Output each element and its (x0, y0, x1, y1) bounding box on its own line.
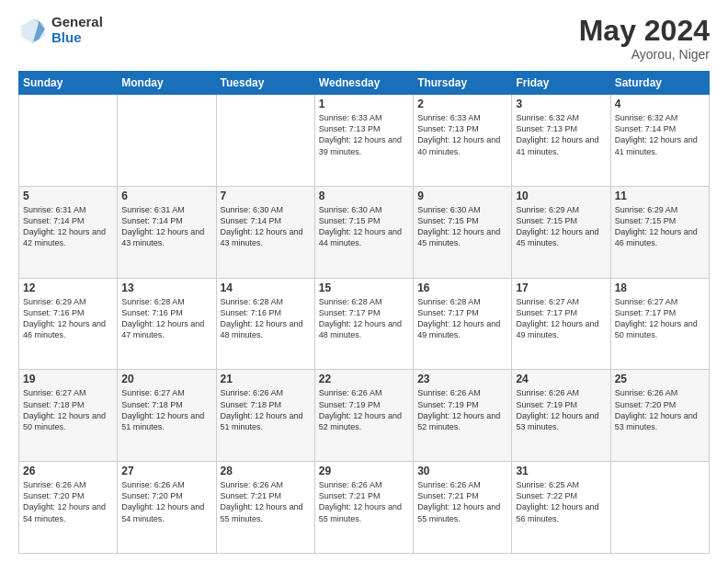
cell-info: Sunrise: 6:28 AMSunset: 7:16 PMDaylight:… (121, 296, 211, 341)
calendar-cell: 7Sunrise: 6:30 AMSunset: 7:14 PMDaylight… (216, 186, 314, 278)
cell-info: Sunrise: 6:26 AMSunset: 7:20 PMDaylight:… (121, 479, 211, 524)
calendar-cell: 10Sunrise: 6:29 AMSunset: 7:15 PMDayligh… (512, 186, 610, 278)
day-number: 16 (417, 282, 507, 294)
title-block: May 2024 Ayorou, Niger (579, 15, 710, 62)
day-number: 3 (516, 98, 606, 110)
cell-info: Sunrise: 6:28 AMSunset: 7:16 PMDaylight:… (221, 296, 311, 341)
calendar-day-header: Tuesday (216, 72, 314, 95)
calendar-cell: 17Sunrise: 6:27 AMSunset: 7:17 PMDayligh… (512, 278, 610, 370)
day-number: 9 (417, 190, 507, 202)
cell-info: Sunrise: 6:26 AMSunset: 7:20 PMDaylight:… (23, 479, 113, 524)
day-number: 17 (516, 282, 606, 294)
location: Ayorou, Niger (579, 47, 710, 62)
day-number: 23 (417, 373, 507, 385)
calendar-cell: 9Sunrise: 6:30 AMSunset: 7:15 PMDaylight… (414, 186, 512, 278)
calendar-week-row: 19Sunrise: 6:27 AMSunset: 7:18 PMDayligh… (19, 370, 710, 462)
calendar-cell: 23Sunrise: 6:26 AMSunset: 7:19 PMDayligh… (414, 370, 512, 462)
cell-info: Sunrise: 6:32 AMSunset: 7:14 PMDaylight:… (615, 112, 705, 157)
day-number: 30 (417, 465, 507, 477)
calendar-cell: 22Sunrise: 6:26 AMSunset: 7:19 PMDayligh… (314, 370, 413, 462)
calendar-cell: 31Sunrise: 6:25 AMSunset: 7:22 PMDayligh… (512, 462, 610, 554)
day-number: 21 (221, 373, 311, 385)
calendar-cell: 30Sunrise: 6:26 AMSunset: 7:21 PMDayligh… (414, 462, 512, 554)
cell-info: Sunrise: 6:27 AMSunset: 7:17 PMDaylight:… (516, 296, 606, 341)
day-number: 13 (121, 282, 211, 294)
header: General Blue May 2024 Ayorou, Niger (18, 15, 710, 62)
day-number: 18 (615, 282, 705, 294)
cell-info: Sunrise: 6:27 AMSunset: 7:18 PMDaylight:… (23, 387, 113, 432)
calendar-cell: 4Sunrise: 6:32 AMSunset: 7:14 PMDaylight… (610, 95, 709, 187)
cell-info: Sunrise: 6:26 AMSunset: 7:19 PMDaylight:… (417, 387, 507, 432)
calendar-cell (19, 95, 118, 187)
calendar-cell: 15Sunrise: 6:28 AMSunset: 7:17 PMDayligh… (314, 278, 413, 370)
day-number: 24 (516, 373, 606, 385)
calendar-cell: 6Sunrise: 6:31 AMSunset: 7:14 PMDaylight… (118, 186, 216, 278)
calendar-cell (118, 95, 216, 187)
cell-info: Sunrise: 6:30 AMSunset: 7:14 PMDaylight:… (221, 204, 311, 249)
day-number: 22 (319, 373, 409, 385)
day-number: 6 (121, 190, 211, 202)
day-number: 7 (221, 190, 311, 202)
day-number: 12 (23, 282, 113, 294)
cell-info: Sunrise: 6:33 AMSunset: 7:13 PMDaylight:… (319, 112, 409, 157)
calendar-cell (610, 462, 709, 554)
day-number: 5 (23, 190, 113, 202)
calendar-week-row: 5Sunrise: 6:31 AMSunset: 7:14 PMDaylight… (19, 186, 710, 278)
logo: General Blue (18, 15, 103, 45)
day-number: 14 (221, 282, 311, 294)
cell-info: Sunrise: 6:25 AMSunset: 7:22 PMDaylight:… (516, 479, 606, 524)
calendar-day-header: Wednesday (314, 72, 413, 95)
day-number: 19 (23, 373, 113, 385)
calendar-cell: 3Sunrise: 6:32 AMSunset: 7:13 PMDaylight… (512, 95, 610, 187)
calendar-week-row: 1Sunrise: 6:33 AMSunset: 7:13 PMDaylight… (19, 95, 710, 187)
cell-info: Sunrise: 6:30 AMSunset: 7:15 PMDaylight:… (319, 204, 409, 249)
day-number: 11 (615, 190, 705, 202)
cell-info: Sunrise: 6:27 AMSunset: 7:17 PMDaylight:… (615, 296, 705, 341)
day-number: 2 (417, 98, 507, 110)
cell-info: Sunrise: 6:26 AMSunset: 7:19 PMDaylight:… (516, 387, 606, 432)
calendar-cell (216, 95, 314, 187)
calendar-cell: 14Sunrise: 6:28 AMSunset: 7:16 PMDayligh… (216, 278, 314, 370)
calendar-cell: 20Sunrise: 6:27 AMSunset: 7:18 PMDayligh… (118, 370, 216, 462)
calendar-cell: 25Sunrise: 6:26 AMSunset: 7:20 PMDayligh… (610, 370, 709, 462)
calendar-day-header: Friday (512, 72, 610, 95)
cell-info: Sunrise: 6:26 AMSunset: 7:21 PMDaylight:… (221, 479, 311, 524)
calendar-table: SundayMondayTuesdayWednesdayThursdayFrid… (18, 71, 710, 554)
cell-info: Sunrise: 6:29 AMSunset: 7:15 PMDaylight:… (516, 204, 606, 249)
calendar-cell: 8Sunrise: 6:30 AMSunset: 7:15 PMDaylight… (314, 186, 413, 278)
calendar-cell: 13Sunrise: 6:28 AMSunset: 7:16 PMDayligh… (118, 278, 216, 370)
logo-text: General Blue (51, 15, 103, 45)
day-number: 8 (319, 190, 409, 202)
day-number: 28 (221, 465, 311, 477)
calendar-day-header: Sunday (19, 72, 118, 95)
calendar-cell: 18Sunrise: 6:27 AMSunset: 7:17 PMDayligh… (610, 278, 709, 370)
calendar-header-row: SundayMondayTuesdayWednesdayThursdayFrid… (19, 72, 710, 95)
calendar-cell: 2Sunrise: 6:33 AMSunset: 7:13 PMDaylight… (414, 95, 512, 187)
calendar-cell: 28Sunrise: 6:26 AMSunset: 7:21 PMDayligh… (216, 462, 314, 554)
calendar-cell: 16Sunrise: 6:28 AMSunset: 7:17 PMDayligh… (414, 278, 512, 370)
calendar-day-header: Saturday (610, 72, 709, 95)
calendar-day-header: Thursday (414, 72, 512, 95)
cell-info: Sunrise: 6:26 AMSunset: 7:18 PMDaylight:… (221, 387, 311, 432)
logo-general: General (51, 15, 103, 30)
cell-info: Sunrise: 6:28 AMSunset: 7:17 PMDaylight:… (417, 296, 507, 341)
calendar-cell: 21Sunrise: 6:26 AMSunset: 7:18 PMDayligh… (216, 370, 314, 462)
cell-info: Sunrise: 6:26 AMSunset: 7:19 PMDaylight:… (319, 387, 409, 432)
day-number: 26 (23, 465, 113, 477)
month-title: May 2024 (579, 15, 710, 47)
day-number: 27 (121, 465, 211, 477)
calendar-cell: 29Sunrise: 6:26 AMSunset: 7:21 PMDayligh… (314, 462, 413, 554)
logo-blue: Blue (51, 30, 103, 46)
calendar-cell: 5Sunrise: 6:31 AMSunset: 7:14 PMDaylight… (19, 186, 118, 278)
calendar-cell: 24Sunrise: 6:26 AMSunset: 7:19 PMDayligh… (512, 370, 610, 462)
calendar-cell: 26Sunrise: 6:26 AMSunset: 7:20 PMDayligh… (19, 462, 118, 554)
cell-info: Sunrise: 6:29 AMSunset: 7:16 PMDaylight:… (23, 296, 113, 341)
day-number: 10 (516, 190, 606, 202)
cell-info: Sunrise: 6:31 AMSunset: 7:14 PMDaylight:… (121, 204, 211, 249)
cell-info: Sunrise: 6:32 AMSunset: 7:13 PMDaylight:… (516, 112, 606, 157)
day-number: 25 (615, 373, 705, 385)
cell-info: Sunrise: 6:33 AMSunset: 7:13 PMDaylight:… (417, 112, 507, 157)
logo-icon (18, 16, 48, 45)
calendar-cell: 19Sunrise: 6:27 AMSunset: 7:18 PMDayligh… (19, 370, 118, 462)
calendar-week-row: 26Sunrise: 6:26 AMSunset: 7:20 PMDayligh… (19, 462, 710, 554)
